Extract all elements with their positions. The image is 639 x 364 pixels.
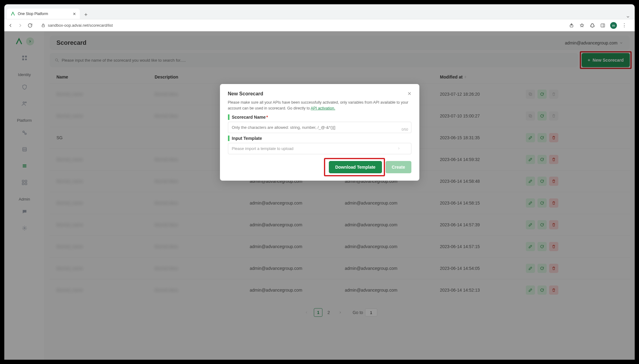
required-indicator: * [266,115,268,120]
menu-icon[interactable]: ⋮ [621,22,627,29]
lock-icon [41,23,45,28]
panel-icon[interactable] [600,22,606,29]
share-icon[interactable] [568,22,575,29]
url-field[interactable]: sandbox-oop.advai.net/scorecard/list m [37,21,632,30]
field-marker [228,136,229,141]
back-icon[interactable] [7,22,13,29]
reload-icon[interactable] [27,22,33,29]
new-tab-button[interactable]: + [82,10,90,19]
api-activation-link[interactable]: API activation. [311,106,335,110]
create-button[interactable]: Create [386,161,411,173]
url-text: sandbox-oop.advai.net/scorecard/list [48,23,113,28]
char-count: 0/50 [402,128,408,131]
modal-notice: Please make sure all your APIs have been… [228,100,411,111]
new-scorecard-modal: New Scorecard ✕ Please make sure all you… [220,84,419,181]
svg-rect-0 [42,25,44,27]
chevron-right-icon [397,147,401,150]
favicon [10,11,15,16]
extensions-icon[interactable] [589,22,595,29]
field-marker [228,114,229,120]
browser-tab-bar: One Stop Platform ✕ + [4,4,635,19]
scorecard-name-input[interactable] [228,122,411,133]
close-icon[interactable]: ✕ [73,12,76,16]
download-template-button[interactable]: Download Template [329,161,382,173]
modal-title: New Scorecard [228,91,264,97]
svg-rect-2 [601,24,605,27]
tab-title: One Stop Platform [18,12,70,16]
input-template-label: Input Template [232,136,262,141]
scorecard-name-label: Scorecard Name [232,115,266,120]
browser-tab[interactable]: One Stop Platform ✕ [7,9,80,19]
forward-icon[interactable] [17,22,23,29]
chevron-down-icon[interactable] [624,15,632,19]
star-icon[interactable] [579,22,585,29]
url-bar: sandbox-oop.advai.net/scorecard/list m [4,19,635,31]
close-icon[interactable]: ✕ [407,91,411,97]
modal-overlay[interactable]: New Scorecard ✕ Please make sure all you… [4,31,635,360]
template-select[interactable]: Please import a template to upload [228,143,411,154]
profile-avatar[interactable]: m [610,22,617,29]
template-placeholder: Please import a template to upload [232,146,294,151]
